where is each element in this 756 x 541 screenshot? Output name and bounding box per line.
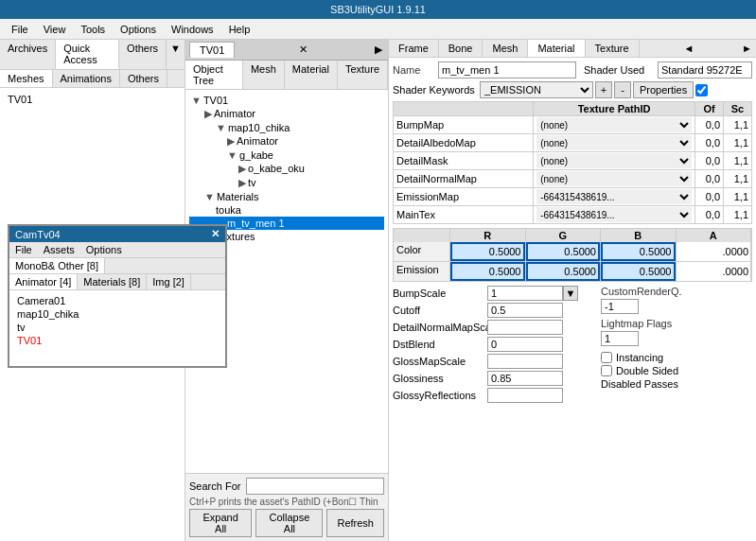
- floating-tab-animator[interactable]: Animator [4]: [9, 274, 78, 289]
- menu-help[interactable]: Help: [221, 22, 258, 37]
- emission-r-input[interactable]: [450, 262, 525, 281]
- detail-normal-input[interactable]: [487, 320, 563, 335]
- obj-tab-mesh[interactable]: Mesh: [243, 61, 285, 89]
- texture-value-0[interactable]: (none): [534, 116, 695, 134]
- color-r-input[interactable]: [450, 242, 525, 261]
- right-tab-mesh[interactable]: Mesh: [483, 40, 528, 57]
- texture-label-2: DetailMask: [394, 152, 534, 170]
- subtab-meshes[interactable]: Meshes: [0, 70, 53, 87]
- lightmap-input[interactable]: [601, 331, 639, 346]
- glossiness-input[interactable]: [487, 371, 563, 386]
- texture-select-5[interactable]: -664315438619...: [536, 207, 692, 222]
- tree-map10[interactable]: ▼map10_chika: [189, 121, 384, 134]
- floating-menu-options[interactable]: Options: [80, 242, 128, 257]
- shader-kw-remove-btn[interactable]: -: [614, 81, 631, 98]
- color-b-input[interactable]: [601, 242, 676, 261]
- texture-value-1[interactable]: (none): [534, 134, 695, 152]
- texture-select-0[interactable]: (none): [536, 117, 692, 132]
- tab-quick-access[interactable]: Quick Access: [56, 40, 119, 69]
- floating-menu-assets[interactable]: Assets: [38, 242, 80, 257]
- tree-g-kabe[interactable]: ▼g_kabe: [189, 148, 384, 162]
- subtab-animations[interactable]: Animations: [53, 70, 120, 87]
- shader-kw-select[interactable]: _EMISSION: [480, 81, 593, 98]
- right-tab-bone[interactable]: Bone: [439, 40, 483, 57]
- texture-value-4[interactable]: -664315438619...: [534, 188, 695, 206]
- shader-kw-add-btn[interactable]: +: [595, 81, 612, 98]
- middle-restore-btn[interactable]: ▶: [369, 42, 388, 58]
- tree-tv01[interactable]: ▼TV01: [189, 94, 384, 107]
- texture-value-2[interactable]: (none): [534, 152, 695, 170]
- right-tab-frame[interactable]: Frame: [389, 40, 439, 57]
- emission-a-input[interactable]: [677, 262, 751, 281]
- subtab-others[interactable]: Others: [120, 70, 167, 87]
- right-tab-material[interactable]: Material: [528, 40, 585, 57]
- menu-windows[interactable]: Windows: [164, 22, 221, 37]
- floating-item-tv[interactable]: tv: [13, 321, 221, 334]
- name-input[interactable]: [438, 61, 576, 79]
- custom-render-input[interactable]: [601, 299, 639, 314]
- tab-others[interactable]: Others: [119, 40, 167, 69]
- dst-blend-input[interactable]: [487, 337, 563, 352]
- emission-b-input[interactable]: [601, 262, 676, 281]
- floating-item-tv01[interactable]: TV01: [13, 334, 221, 347]
- middle-close-btn[interactable]: ✕: [293, 42, 313, 58]
- collapse-all-btn[interactable]: Collapse All: [255, 509, 323, 537]
- right-tab-texture[interactable]: Texture: [586, 40, 640, 57]
- shader-input[interactable]: [658, 61, 752, 79]
- floating-list: Camera01 map10_chika tv TV01: [9, 290, 225, 366]
- texture-col-header-of: Of: [695, 102, 724, 116]
- gloss-map-scale-input[interactable]: [487, 354, 563, 369]
- tree-materials[interactable]: ▼Materials: [189, 190, 384, 203]
- texture-select-1[interactable]: (none): [536, 135, 692, 150]
- glossiness-row: Glossiness: [393, 371, 593, 386]
- tree-touka[interactable]: touka: [189, 203, 384, 217]
- bump-scale-input[interactable]: [487, 286, 563, 301]
- properties-checkbox[interactable]: [695, 84, 708, 96]
- right-nav-right[interactable]: ►: [738, 41, 756, 56]
- floating-item-camera01[interactable]: Camera01: [13, 294, 221, 307]
- cutoff-input[interactable]: [487, 303, 563, 318]
- menu-tools[interactable]: Tools: [73, 22, 113, 37]
- glossy-ref-input[interactable]: [487, 388, 563, 403]
- color-a-input[interactable]: [677, 242, 751, 261]
- tree-animator2[interactable]: ▶Animator: [189, 134, 384, 148]
- texture-of-1: 0,0: [695, 134, 724, 152]
- floating-tab-materials[interactable]: Materials [8]: [78, 274, 147, 289]
- tree-animator1[interactable]: ▶Animator: [189, 107, 384, 121]
- cutoff-row: Cutoff: [393, 303, 593, 318]
- refresh-btn[interactable]: Refresh: [326, 509, 384, 537]
- floating-item-map10[interactable]: map10_chika: [13, 307, 221, 321]
- shader-kw-props-btn[interactable]: Properties: [633, 81, 694, 98]
- menu-options[interactable]: Options: [113, 22, 164, 37]
- tree-tv[interactable]: ▶tv: [189, 176, 384, 190]
- floating-close-btn[interactable]: ✕: [211, 228, 220, 240]
- floating-subtab-monob[interactable]: MonoB& Other [8]: [9, 258, 105, 273]
- color-g-input[interactable]: [526, 242, 601, 261]
- obj-tab-texture[interactable]: Texture: [338, 61, 388, 89]
- obj-tab-tree[interactable]: Object Tree: [185, 61, 243, 89]
- bump-scale-btn[interactable]: ▼: [563, 286, 578, 301]
- double-sided-checkbox[interactable]: [601, 365, 612, 376]
- expand-all-btn[interactable]: Expand All: [189, 509, 252, 537]
- search-input[interactable]: [246, 478, 384, 495]
- floating-tab-img[interactable]: Img [2]: [147, 274, 191, 289]
- middle-tv01-tab[interactable]: TV01: [189, 42, 235, 58]
- right-nav-left[interactable]: ◄: [679, 41, 697, 56]
- texture-select-2[interactable]: (none): [536, 153, 692, 168]
- texture-select-3[interactable]: (none): [536, 171, 692, 186]
- obj-tab-material[interactable]: Material: [285, 61, 338, 89]
- texture-select-4[interactable]: -664315438619...: [536, 189, 692, 204]
- tree-o-kabe-oku[interactable]: ▶o_kabe_oku: [189, 162, 384, 176]
- emission-g-input[interactable]: [526, 262, 601, 281]
- bump-scale-label: BumpScale: [393, 288, 487, 299]
- texture-value-3[interactable]: (none): [534, 170, 695, 188]
- instancing-checkbox[interactable]: [601, 352, 612, 363]
- floating-menu-file[interactable]: File: [9, 242, 38, 257]
- glossy-ref-row: GlossyReflections: [393, 388, 593, 403]
- menu-file[interactable]: File: [4, 22, 36, 37]
- menu-view[interactable]: View: [36, 22, 74, 37]
- dropdown-btn[interactable]: ▼: [167, 40, 185, 69]
- texture-value-5[interactable]: -664315438619...: [534, 206, 695, 224]
- tab-archives[interactable]: Archives: [0, 40, 56, 69]
- list-item-tv01[interactable]: TV01: [4, 92, 181, 107]
